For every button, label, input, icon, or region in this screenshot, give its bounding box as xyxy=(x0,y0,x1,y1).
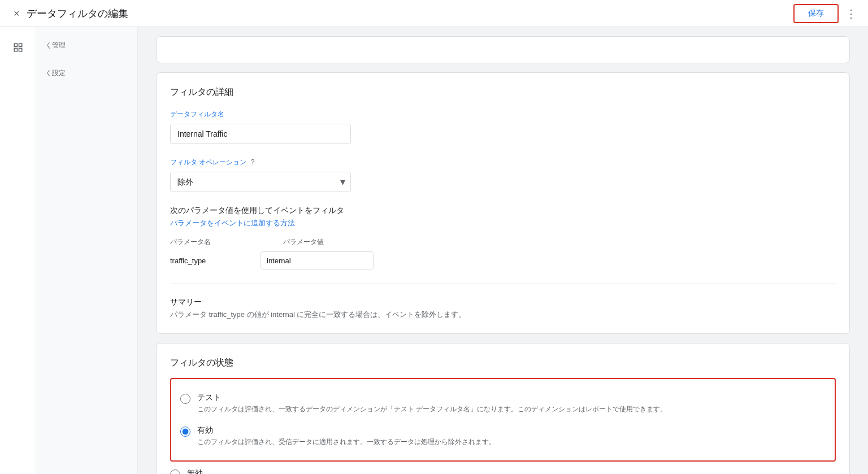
summary-text: パラメータ traffic_type の値が internal に完全に一致する… xyxy=(170,310,836,320)
radio-option-active: 有効 このフィルタは評価され、受信データに適用されます。一致するデータは処理から… xyxy=(180,421,826,451)
filter-name-label: データフィルタ名 xyxy=(170,110,836,119)
radio-test[interactable] xyxy=(180,394,190,404)
filter-details-title: フィルタの詳細 xyxy=(170,86,836,98)
top-bar-left: × データフィルタの編集 xyxy=(14,7,128,20)
param-filter-group: 次のパラメータ値を使用してイベントをフィルタ パラメータをイベントに追加する方法… xyxy=(170,206,836,269)
filter-details-card: フィルタの詳細 データフィルタ名 フィルタ オペレーション ? 除外 xyxy=(156,72,850,334)
left-nav-section: く管理 く設定 xyxy=(36,27,138,474)
top-bar-right: 保存 ⋮ xyxy=(793,4,859,23)
top-bar: × データフィルタの編集 保存 ⋮ xyxy=(0,0,868,27)
radio-active[interactable] xyxy=(180,427,190,437)
summary-title: サマリー xyxy=(170,297,836,307)
radio-active-label: 有効 xyxy=(197,425,496,436)
filter-state-card: フィルタの状態 テスト このフィルタは評価され、一致するデータのディメンションが… xyxy=(156,343,850,474)
left-sidebar xyxy=(0,27,36,474)
radio-test-desc: このフィルタは評価され、一致するデータのディメンションが「テスト データフィルタ… xyxy=(197,404,667,414)
filter-operation-label: フィルタ オペレーション ? xyxy=(170,158,836,167)
radio-active-content: 有効 このフィルタは評価され、受信データに適用されます。一致するデータは処理から… xyxy=(197,425,496,447)
radio-inactive-label: 無効 xyxy=(187,468,289,474)
svg-rect-1 xyxy=(19,44,21,46)
radio-test-label: テスト xyxy=(197,393,667,403)
more-options-icon[interactable]: ⋮ xyxy=(843,5,859,23)
param-value-input[interactable] xyxy=(261,251,374,269)
page-title: データフィルタの編集 xyxy=(27,7,128,20)
content-scroll: フィルタの詳細 データフィルタ名 フィルタ オペレーション ? 除外 xyxy=(138,27,868,474)
param-headers: パラメータ名 パラメータ値 xyxy=(170,237,836,247)
body-layout: く管理 く設定 フィルタの詳細 データフィルタ名 フィルタ オペレーション xyxy=(0,27,868,474)
radio-inactive[interactable] xyxy=(170,469,180,474)
radio-options-highlighted: テスト このフィルタは評価され、一致するデータのディメンションが「テスト データ… xyxy=(170,378,836,462)
sidebar-nav-icon[interactable] xyxy=(7,36,29,59)
svg-rect-3 xyxy=(19,49,21,51)
param-row: traffic_type xyxy=(170,251,836,269)
radio-test-content: テスト このフィルタは評価され、一致するデータのディメンションが「テスト データ… xyxy=(197,393,667,414)
svg-rect-0 xyxy=(14,44,17,46)
filter-state-title: フィルタの状態 xyxy=(170,357,836,369)
close-icon[interactable]: × xyxy=(14,8,20,19)
radio-inactive-content: 無効 このフィルタは評価されません。 xyxy=(187,468,289,474)
operation-help-icon: ? xyxy=(251,158,255,166)
save-button[interactable]: 保存 xyxy=(793,4,839,23)
summary-section: サマリー パラメータ traffic_type の値が internal に完全… xyxy=(170,283,836,320)
page-wrapper: × データフィルタの編集 保存 ⋮ く管理 く設定 xyxy=(0,0,868,474)
settings-label: く設定 xyxy=(36,64,137,82)
top-filler-card xyxy=(156,36,850,63)
filter-name-input[interactable] xyxy=(170,124,351,144)
radio-option-inactive: 無効 このフィルタは評価されません。 xyxy=(170,462,836,474)
param-value-header: パラメータ値 xyxy=(283,237,362,247)
radio-option-test: テスト このフィルタは評価され、一致するデータのディメンションが「テスト データ… xyxy=(180,388,826,419)
filter-name-group: データフィルタ名 xyxy=(170,110,836,144)
param-section-title: 次のパラメータ値を使用してイベントをフィルタ xyxy=(170,206,836,216)
param-name-cell: traffic_type xyxy=(170,256,249,265)
svg-rect-2 xyxy=(14,49,17,51)
operation-select-wrapper: 除外 含む ▾ xyxy=(170,172,351,192)
management-label: く管理 xyxy=(36,36,137,55)
filter-operation-group: フィルタ オペレーション ? 除外 含む ▾ xyxy=(170,158,836,192)
param-name-header: パラメータ名 xyxy=(170,237,249,247)
param-link[interactable]: パラメータをイベントに追加する方法 xyxy=(170,218,836,228)
radio-active-desc: このフィルタは評価され、受信データに適用されます。一致するデータは処理から除外さ… xyxy=(197,437,496,447)
operation-select[interactable]: 除外 含む xyxy=(170,172,351,192)
